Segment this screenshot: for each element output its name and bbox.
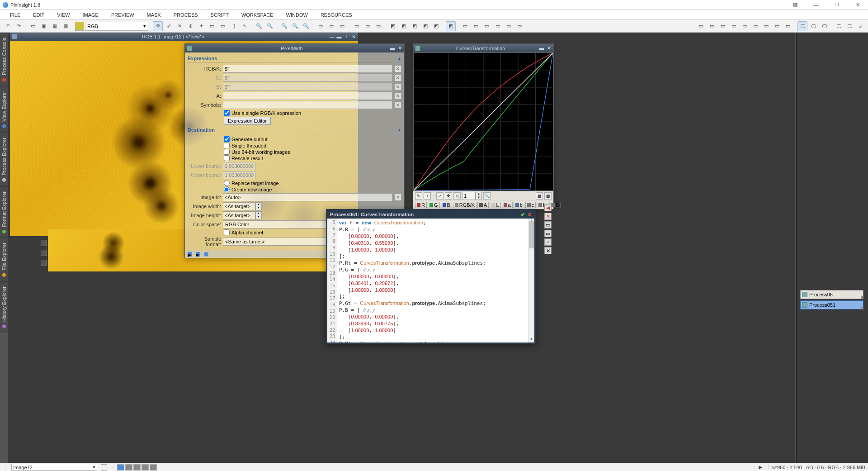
tool-icon[interactable]: ▣ [39,21,49,31]
ch-b[interactable]: B [441,202,452,208]
ch-l[interactable]: L [490,202,500,208]
seg-icon[interactable] [133,464,141,471]
menu-image[interactable]: IMAGE [76,11,104,19]
process-icon-process051[interactable]: Process051 [800,300,863,309]
curve-tool-icon[interactable]: ▭ [544,221,552,228]
chk-use-64bit[interactable] [224,149,230,155]
menu-preview[interactable]: PREVIEW [105,11,141,19]
ch-a[interactable]: A [477,202,489,208]
curve-point-icon[interactable]: ▪ [424,192,431,200]
chk-rescale[interactable] [224,155,230,161]
preview-icon[interactable]: ▭ [363,21,373,31]
ch-la[interactable]: a [502,202,513,208]
mask-icon[interactable]: ◩ [399,21,409,31]
pointer-tool-icon[interactable]: ✥ [153,21,163,31]
expression-editor-button[interactable]: Expression Editor [224,117,271,125]
workspace-icon[interactable]: ▭ [707,21,717,31]
curve-zoom-icon[interactable]: ◇ [453,192,461,200]
win-maximize-icon[interactable]: + [344,34,349,40]
monitor-icon[interactable]: 🖵 [844,21,854,31]
chk-generate-output[interactable] [224,136,230,142]
curve-search-icon[interactable]: 🔍 [483,192,491,200]
menu-script[interactable]: SCRIPT [204,11,235,19]
workspace-icon[interactable]: ▭ [696,21,706,31]
tool-icon[interactable]: ▭ [28,21,38,31]
sidetab-process-explorer[interactable]: Process Explorer [0,133,8,186]
menu-edit[interactable]: EDIT [27,11,51,19]
clear-rgbk-button[interactable]: ✕ [394,65,401,72]
clear-a-button[interactable]: ✕ [394,92,401,100]
code-titlebar[interactable]: Process051: CurvesTransformation ✔✕ [327,210,534,219]
input-image-id[interactable] [223,193,392,201]
curve-zoom-icon[interactable]: ✥ [445,192,452,200]
zoom-icon[interactable]: 🔍 [290,21,300,31]
curve-apply-icon[interactable]: ✓ [544,238,552,246]
side-tool-icon[interactable] [41,260,47,266]
ch-rgbk[interactable]: RGB/K [453,202,476,208]
preview-icon[interactable]: ▭ [316,21,326,31]
preview-icon[interactable]: ▭ [352,21,362,31]
screen-icon[interactable]: ▭ [471,21,481,31]
mask-icon[interactable]: ◩ [446,21,456,31]
zoom-icon[interactable]: 🔍 [301,21,311,31]
tool-icon[interactable]: ▭ [207,21,217,31]
window-layout-icon[interactable]: ▦ [785,0,806,10]
sidetab-process-console[interactable]: Process Console [0,33,8,86]
screen-icon[interactable]: ▭ [482,21,492,31]
close-button[interactable]: ✕ [847,0,868,10]
cursor-icon[interactable]: ↖ [240,21,250,31]
curve-tool-icon[interactable]: ▭ [544,230,552,237]
screen-icon[interactable]: ▭ [493,21,503,31]
monitor-icon[interactable]: 🖵 [819,21,829,31]
screen-icon[interactable]: ▭ [504,21,514,31]
sidetab-format-explorer[interactable]: Format Explorer [0,186,8,238]
ch-lb[interactable]: b [514,202,524,208]
section-expressions[interactable]: Expressions▲ [188,54,401,63]
monitor-icon[interactable]: 🖵 [808,21,818,31]
curve-undo-icon[interactable]: ◀ [544,204,552,211]
tool-icon[interactable]: ▭ [218,21,228,31]
menu-process[interactable]: PROCESS [167,11,204,19]
preview-icon[interactable]: ▭ [326,21,336,31]
section-destination[interactable]: Destination▲ [188,126,401,134]
clear-b-button[interactable]: ✕ [394,83,401,90]
code-scrollbar[interactable]: ▲▼ [528,219,534,343]
win-minimize-icon[interactable]: — [329,34,335,40]
preview-icon[interactable]: ▭ [373,21,383,31]
workspace-icon[interactable]: ▭ [718,21,728,31]
sidetab-view-explorer[interactable]: View Explorer [0,86,8,133]
win-close-icon[interactable]: ✕ [351,34,356,40]
process-icon-process06[interactable]: Process06 [800,290,863,299]
menu-window[interactable]: WINDOW [280,11,314,19]
zoom-out-icon[interactable]: 🔍 [254,21,264,31]
code-editor[interactable]: var P = new CurvesTransformation; P.R = … [337,219,528,343]
seg-icon[interactable] [125,464,132,471]
tool-icon[interactable]: ✕ [175,21,184,31]
menu-mask[interactable]: MASK [141,11,167,19]
tool-icon[interactable]: ▩ [61,21,71,31]
zoom-in-icon[interactable]: 🔍 [265,21,275,31]
monitor-icon[interactable]: 🖵 [834,21,844,31]
dlg-close-icon[interactable]: ✕ [546,45,552,51]
status-handle-icon[interactable]: ⋮ [3,464,8,470]
tool-icon[interactable]: ✦ [196,21,206,31]
tool-icon[interactable]: ⤢ [164,21,174,31]
ch-r[interactable]: R [415,202,427,208]
workspace-icon[interactable]: ▭ [729,21,739,31]
radio-replace[interactable] [224,180,230,186]
tool-icon[interactable]: ▦ [50,21,60,31]
curve-edit-icon[interactable]: ✎ [415,192,422,200]
channel-swatch[interactable] [75,22,84,31]
screen-icon[interactable]: ▭ [460,21,470,31]
input-rgbk[interactable] [223,65,392,73]
curve-grid-icon[interactable]: ▦ [536,192,543,200]
curves-titlebar[interactable]: CurvesTransformation ▬✕ [413,44,553,52]
input-image-height[interactable] [223,211,255,219]
input-image-width[interactable] [223,202,255,210]
circle-icon[interactable] [204,252,208,257]
minimize-button[interactable]: — [806,0,826,10]
maximize-button[interactable]: ☐ [826,0,847,10]
radio-create-new[interactable] [224,186,230,192]
mask-icon[interactable]: ◩ [388,21,398,31]
dlg-close-icon[interactable]: ✕ [397,45,402,51]
